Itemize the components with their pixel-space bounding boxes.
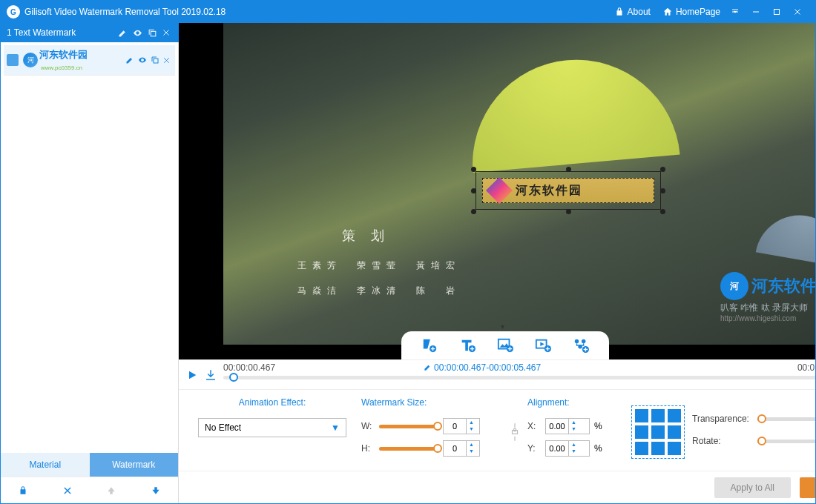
align-br[interactable] — [668, 442, 681, 455]
resize-handle[interactable] — [660, 209, 665, 214]
item-logo-icon: 河 — [23, 53, 38, 67]
eye-icon[interactable] — [132, 28, 143, 38]
minimize-button[interactable] — [751, 7, 763, 16]
next-button[interactable]: Next -> — [800, 477, 816, 498]
align-bc[interactable] — [651, 442, 665, 455]
spin-up-icon[interactable]: ▲ — [569, 419, 579, 425]
tab-watermark[interactable]: Watermark — [90, 453, 179, 477]
timeline-track[interactable]: 00:00:00.467 00:01:03.500 00:00:00.467-0… — [223, 364, 816, 386]
lock-icon — [614, 7, 625, 17]
animation-value: No Effect — [205, 422, 241, 433]
animation-select[interactable]: No Effect ▼ — [198, 418, 346, 437]
item-edit-icon[interactable] — [125, 56, 134, 64]
alignment-group: Alignment: X: ▲▼ % Y: ▲▼ % — [527, 397, 624, 466]
height-input[interactable] — [444, 444, 466, 453]
svg-rect-16 — [513, 428, 516, 431]
resize-handle[interactable] — [660, 188, 665, 193]
homepage-label: HomePage — [676, 7, 720, 17]
app-logo: G — [7, 5, 20, 19]
edit-icon[interactable] — [118, 28, 128, 38]
item-url: www.pc0359.cn — [41, 64, 82, 71]
spin-down-icon[interactable]: ▼ — [569, 448, 579, 454]
item-copy-icon[interactable] — [151, 56, 159, 64]
width-input[interactable] — [444, 422, 466, 431]
item-eye-icon[interactable] — [137, 56, 148, 64]
move-up-button[interactable] — [99, 483, 124, 499]
add-image-button[interactable] — [497, 337, 513, 354]
svg-rect-3 — [154, 59, 158, 63]
svg-point-11 — [582, 339, 586, 344]
export-button[interactable] — [204, 368, 217, 382]
height-slider[interactable] — [379, 447, 438, 451]
spin-up-icon[interactable]: ▲ — [467, 419, 476, 425]
resize-handle[interactable] — [471, 209, 476, 214]
rotate-slider[interactable] — [757, 440, 816, 443]
size-label: Watermark Size: — [361, 397, 502, 408]
align-tc[interactable] — [651, 409, 665, 422]
move-down-button[interactable] — [143, 483, 168, 499]
spin-down-icon[interactable]: ▼ — [569, 425, 579, 432]
align-tr[interactable] — [668, 409, 681, 422]
lock-button[interactable] — [10, 483, 36, 499]
time-current: 00:00:00.467 — [223, 362, 275, 373]
video-scene-umbrella2 — [756, 208, 816, 268]
resize-handle[interactable] — [566, 209, 571, 214]
homepage-button[interactable]: HomePage — [662, 7, 720, 17]
x-label: X: — [527, 421, 541, 431]
tray-caret-icon[interactable]: ▾ — [501, 322, 504, 331]
svg-rect-1 — [774, 10, 780, 15]
add-video-button[interactable] — [535, 337, 551, 354]
x-input[interactable] — [546, 422, 568, 431]
apply-all-button[interactable]: Apply to All — [714, 477, 791, 498]
y-input[interactable] — [546, 444, 568, 453]
align-ml[interactable] — [635, 425, 648, 439]
height-spinner[interactable]: ▲▼ — [443, 440, 480, 457]
spin-up-icon[interactable]: ▲ — [569, 441, 579, 448]
lock-aspect[interactable] — [510, 397, 520, 466]
time-total: 00:01:03.500 — [797, 362, 816, 373]
copy-icon[interactable] — [148, 28, 157, 38]
time-edit-range[interactable]: 00:00:00.467-00:00:05.467 — [424, 362, 541, 373]
maximize-button[interactable] — [772, 7, 784, 16]
resize-handle[interactable] — [471, 188, 476, 193]
menu-down-icon[interactable] — [731, 7, 743, 16]
close-button[interactable] — [793, 7, 805, 16]
x-spinner[interactable]: ▲▼ — [545, 418, 590, 434]
resize-handle[interactable] — [660, 167, 665, 172]
y-spinner[interactable]: ▲▼ — [545, 440, 590, 457]
remove-button[interactable] — [55, 483, 80, 499]
svg-rect-0 — [753, 12, 759, 13]
align-mr[interactable] — [668, 425, 681, 439]
align-mc[interactable] — [651, 425, 665, 439]
resize-handle[interactable] — [566, 167, 571, 172]
spin-up-icon[interactable]: ▲ — [467, 441, 476, 448]
width-spinner[interactable]: ▲▼ — [443, 418, 480, 434]
video-preview[interactable]: 策 划 王素芳 荣雪莹 黃培宏 马焱洁 李冰清 陈 岩 河东软件园 — [179, 23, 816, 359]
width-slider[interactable] — [379, 425, 438, 428]
add-shape-button[interactable] — [421, 337, 438, 354]
about-button[interactable]: About — [614, 7, 651, 17]
spin-down-icon[interactable]: ▼ — [467, 448, 476, 454]
slider-thumb[interactable] — [757, 414, 766, 423]
spin-down-icon[interactable]: ▼ — [467, 425, 476, 432]
timeline-thumb[interactable] — [229, 373, 238, 382]
align-tl[interactable] — [635, 409, 648, 422]
delete-icon[interactable] — [162, 28, 171, 37]
link-lock-icon — [510, 420, 520, 445]
resize-handle[interactable] — [471, 167, 476, 172]
item-delete-icon[interactable] — [162, 56, 171, 64]
slider-thumb[interactable] — [433, 422, 442, 431]
w-label: W: — [361, 421, 375, 431]
add-effect-button[interactable] — [573, 337, 589, 354]
tab-material[interactable]: Material — [1, 453, 90, 477]
transparence-slider[interactable] — [757, 417, 816, 421]
slider-thumb[interactable] — [757, 437, 766, 445]
timeline-bar[interactable] — [223, 376, 816, 379]
video-scene-umbrella — [464, 51, 680, 173]
slider-thumb[interactable] — [433, 444, 442, 453]
watermark-item[interactable]: 河 河东软件园 www.pc0359.cn — [4, 45, 175, 76]
align-bl[interactable] — [635, 442, 648, 455]
add-text-button[interactable] — [459, 337, 476, 354]
play-button[interactable] — [186, 369, 198, 381]
watermark-overlay[interactable]: 河东软件园 — [476, 171, 661, 210]
